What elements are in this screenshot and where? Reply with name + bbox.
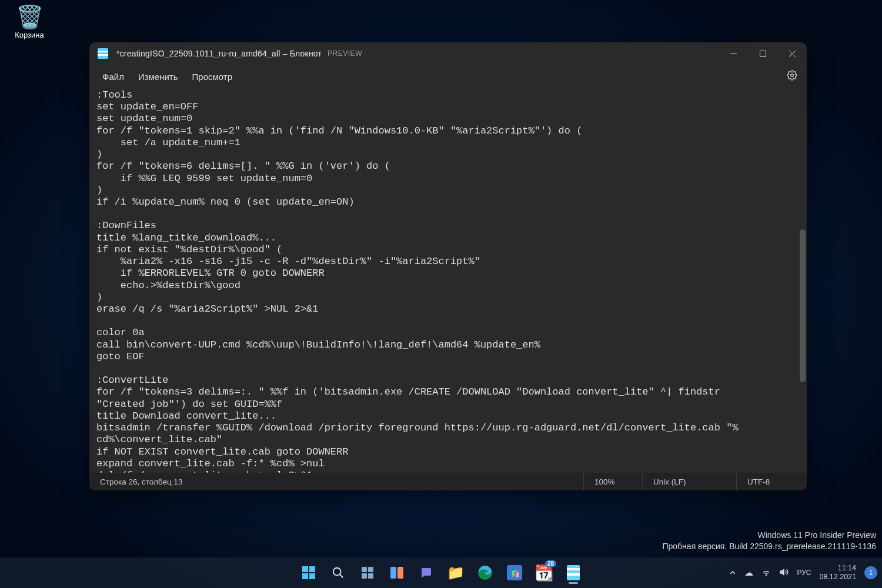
notepad-window: *creatingISO_22509.1011_ru-ru_amd64_all … bbox=[89, 42, 807, 490]
folder-icon: 📁 bbox=[447, 564, 465, 581]
calendar-badge: 28 bbox=[545, 560, 556, 567]
preview-tag: PREVIEW bbox=[328, 49, 362, 58]
search-button[interactable] bbox=[326, 560, 350, 585]
window-title: *creatingISO_22509.1011_ru-ru_amd64_all … bbox=[116, 49, 322, 58]
status-eol[interactable]: Unix (LF) bbox=[642, 473, 736, 490]
language-indicator[interactable]: РУС bbox=[797, 569, 811, 577]
widgets-button[interactable] bbox=[385, 560, 409, 585]
menubar: Файл Изменить Просмотр bbox=[89, 65, 807, 88]
svg-line-6 bbox=[340, 574, 343, 578]
notifications-button[interactable]: 1 bbox=[864, 566, 877, 579]
maximize-button[interactable] bbox=[748, 42, 777, 65]
watermark-line1: Windows 11 Pro Insider Preview bbox=[662, 530, 876, 542]
taskview-icon bbox=[362, 567, 373, 579]
onedrive-icon[interactable]: ☁ bbox=[744, 567, 753, 578]
store-button[interactable]: 🛍️ bbox=[502, 560, 527, 585]
svg-point-5 bbox=[333, 568, 341, 576]
clock-date: 08.12.2021 bbox=[819, 573, 856, 582]
status-cursor: Строка 26, столбец 13 bbox=[89, 473, 583, 490]
notepad-icon bbox=[98, 48, 108, 59]
taskbar-center: 📁 🛍️ 📆 28 bbox=[296, 560, 586, 585]
svg-rect-1 bbox=[760, 51, 766, 56]
wifi-icon[interactable] bbox=[761, 567, 771, 579]
desktop-watermark: Windows 11 Pro Insider Preview Пробная в… bbox=[662, 530, 876, 553]
windows-logo-icon bbox=[302, 566, 315, 579]
editor-content: :Tools set update_en=OFF set update_num=… bbox=[96, 89, 739, 473]
start-button[interactable] bbox=[296, 560, 321, 585]
settings-button[interactable] bbox=[783, 66, 801, 87]
svg-point-4 bbox=[791, 74, 794, 76]
search-icon bbox=[332, 566, 345, 579]
recycle-bin[interactable]: 🗑️ Корзина bbox=[9, 6, 50, 39]
notification-count: 1 bbox=[869, 569, 873, 577]
notepad-taskbar-icon bbox=[567, 565, 580, 580]
editor-area[interactable]: :Tools set update_en=OFF set update_num=… bbox=[89, 88, 807, 473]
calendar-button[interactable]: 📆 28 bbox=[532, 560, 556, 585]
svg-point-8 bbox=[766, 574, 767, 575]
watermark-line2: Пробная версия. Build 22509.rs_prereleas… bbox=[662, 541, 876, 553]
scrollbar-thumb[interactable] bbox=[800, 229, 806, 382]
status-encoding[interactable]: UTF-8 bbox=[736, 473, 807, 490]
menu-view[interactable]: Просмотр bbox=[185, 68, 240, 85]
edge-icon bbox=[477, 565, 493, 580]
maximize-icon bbox=[760, 51, 766, 57]
taskview-button[interactable] bbox=[355, 560, 380, 585]
clock[interactable]: 11:14 08.12.2021 bbox=[819, 564, 856, 582]
minimize-icon bbox=[730, 51, 737, 57]
menu-edit[interactable]: Изменить bbox=[131, 68, 185, 85]
volume-icon[interactable] bbox=[779, 567, 789, 579]
notepad-taskbar-button[interactable] bbox=[561, 560, 586, 585]
clock-time: 11:14 bbox=[819, 564, 856, 573]
explorer-button[interactable]: 📁 bbox=[443, 560, 468, 585]
close-button[interactable] bbox=[777, 42, 807, 65]
store-icon: 🛍️ bbox=[507, 565, 522, 580]
tray-chevron-up-icon[interactable] bbox=[729, 568, 736, 578]
taskbar: 📁 🛍️ 📆 28 ☁ РУС 11:14 08.12.2021 bbox=[0, 557, 882, 588]
gear-icon bbox=[787, 70, 797, 81]
system-tray: ☁ РУС 11:14 08.12.2021 1 bbox=[729, 564, 877, 582]
menu-file[interactable]: Файл bbox=[95, 68, 131, 85]
svg-marker-9 bbox=[780, 569, 784, 574]
recycle-bin-label: Корзина bbox=[9, 31, 50, 39]
widgets-icon bbox=[390, 567, 403, 579]
chat-button[interactable] bbox=[414, 560, 439, 585]
titlebar[interactable]: *creatingISO_22509.1011_ru-ru_amd64_all … bbox=[89, 42, 807, 65]
recycle-bin-icon: 🗑️ bbox=[9, 6, 50, 28]
statusbar: Строка 26, столбец 13 100% Unix (LF) UTF… bbox=[89, 473, 807, 490]
scrollbar[interactable] bbox=[799, 88, 806, 473]
edge-button[interactable] bbox=[473, 560, 497, 585]
chat-icon bbox=[419, 566, 433, 580]
window-controls bbox=[719, 42, 807, 65]
close-icon bbox=[789, 51, 796, 57]
minimize-button[interactable] bbox=[719, 42, 748, 65]
status-zoom[interactable]: 100% bbox=[583, 473, 642, 490]
